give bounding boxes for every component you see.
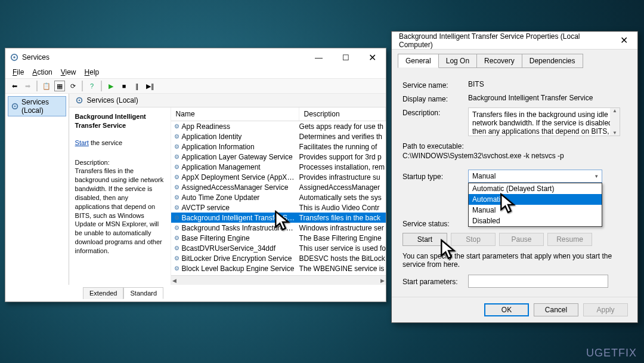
- service-list[interactable]: ⚙App ReadinessGets apps ready for use th…: [171, 121, 386, 275]
- start-params-input[interactable]: [468, 275, 608, 288]
- cancel-button[interactable]: Cancel: [534, 303, 578, 316]
- service-row[interactable]: ⚙Bluetooth Audio Gateway ServiceService …: [171, 273, 386, 275]
- menu-help[interactable]: Help: [81, 67, 103, 78]
- menu-view[interactable]: View: [57, 67, 80, 78]
- refresh-button[interactable]: ⟳: [67, 81, 78, 91]
- gear-icon: ⚙: [171, 194, 181, 201]
- tab-dependencies[interactable]: Dependencies: [522, 54, 583, 68]
- service-row[interactable]: ⚙Application Layer Gateway ServiceProvid…: [171, 152, 386, 162]
- description-box[interactable]: Transfers files in the background using …: [468, 107, 620, 136]
- gear-icon: ⚙: [171, 174, 181, 180]
- service-name: AVCTP service: [181, 204, 297, 212]
- menu-file[interactable]: File: [9, 67, 27, 78]
- service-name: Base Filtering Engine: [181, 234, 297, 242]
- stop-button[interactable]: ■: [119, 81, 129, 91]
- gear-icon: ⚙: [171, 143, 181, 150]
- list-header[interactable]: Name Description: [171, 107, 386, 121]
- tab-logon[interactable]: Log On: [438, 54, 477, 68]
- close-button[interactable]: ✕: [359, 48, 386, 66]
- service-desc: Gets apps ready for use th: [297, 122, 386, 131]
- minimize-button[interactable]: —: [305, 48, 332, 66]
- menu-action[interactable]: Action: [29, 67, 55, 78]
- opt-automatic[interactable]: Automatic: [469, 194, 602, 205]
- label-start-params: Start parameters:: [402, 276, 468, 286]
- label-service-name: Service name:: [402, 80, 468, 90]
- service-desc: This is Audio Video Contr: [297, 204, 386, 212]
- gear-icon: ⚙: [171, 153, 181, 160]
- service-desc: Provides infrastructure su: [297, 173, 386, 182]
- gear-icon: ⚙: [171, 164, 181, 170]
- service-name: BitLocker Drive Encryption Service: [181, 254, 297, 263]
- service-desc: Provides support for 3rd p: [297, 153, 386, 161]
- pause-button[interactable]: ‖: [132, 81, 143, 91]
- show-hide-button[interactable]: 📋: [41, 81, 52, 91]
- service-row[interactable]: ⚙Background Tasks Infrastructure S...Win…: [171, 223, 386, 233]
- maximize-button[interactable]: ☐: [332, 48, 359, 66]
- col-name[interactable]: Name: [171, 107, 299, 121]
- gear-icon: [11, 102, 19, 110]
- service-row[interactable]: ⚙BcastDVRUserService_34ddfThis user serv…: [171, 243, 386, 253]
- start-link[interactable]: Start: [75, 139, 89, 146]
- tree-root[interactable]: Services (Local): [8, 96, 66, 116]
- restart-button[interactable]: ▶‖: [145, 81, 156, 91]
- service-name: App Readiness: [181, 122, 297, 131]
- start-button[interactable]: Start: [402, 233, 447, 246]
- service-row[interactable]: ⚙AppX Deployment Service (AppXSVC)Provid…: [171, 172, 386, 182]
- service-desc: Service supporting the au: [297, 275, 386, 276]
- service-row[interactable]: ⚙App ReadinessGets apps ready for use th: [171, 121, 386, 131]
- forward-button[interactable]: ➡: [22, 81, 33, 91]
- play-button[interactable]: ▶: [106, 81, 116, 91]
- watermark: UGETFIX: [586, 347, 637, 359]
- service-name: Application Layer Gateway Service: [181, 153, 297, 161]
- service-row[interactable]: ⚙Auto Time Zone UpdaterAutomatically set…: [171, 192, 386, 202]
- service-row[interactable]: ⚙AVCTP serviceThis is Audio Video Contr: [171, 202, 386, 213]
- opt-delayed[interactable]: Automatic (Delayed Start): [469, 183, 602, 194]
- svg-point-1: [13, 56, 16, 59]
- service-row[interactable]: ⚙AssignedAccessManager ServiceAssignedAc…: [171, 182, 386, 192]
- ok-button[interactable]: OK: [484, 303, 529, 316]
- menubar: File Action View Help: [5, 66, 386, 78]
- horizontal-scrollbar[interactable]: ◀▶: [171, 275, 386, 285]
- service-row[interactable]: ⚙Application ManagementProcesses install…: [171, 162, 386, 172]
- service-name: Application Information: [181, 143, 297, 151]
- export-button[interactable]: ▦: [54, 81, 65, 91]
- service-row[interactable]: ⚙Base Filtering EngineThe Base Filtering…: [171, 233, 386, 243]
- gear-icon: ⚙: [171, 224, 181, 231]
- service-row[interactable]: ⚙Block Level Backup Engine ServiceThe WB…: [171, 263, 386, 273]
- service-desc: Determines and verifies th: [297, 133, 386, 141]
- help-button[interactable]: ?: [86, 81, 97, 91]
- desc-label: Description:: [75, 158, 165, 167]
- label-description: Description:: [402, 107, 468, 117]
- tab-extended[interactable]: Extended: [83, 287, 123, 299]
- desc-scrollbar[interactable]: ▲▼: [610, 108, 620, 136]
- dialog-title: Background Intelligent Transfer Service …: [397, 32, 611, 49]
- dialog-close-button[interactable]: ✕: [611, 32, 637, 50]
- back-button[interactable]: ⬅: [9, 81, 20, 91]
- gear-icon: ⚙: [171, 255, 181, 262]
- gear-icon: ⚙: [171, 214, 181, 221]
- value-path: C:\WINDOWS\System32\svchost.exe -k netsv…: [402, 152, 627, 160]
- startup-dropdown[interactable]: Automatic (Delayed Start) Automatic Manu…: [468, 183, 602, 227]
- service-row[interactable]: ⚙Application InformationFacilitates the …: [171, 141, 386, 152]
- service-row[interactable]: ⚙Background Intelligent Transfer Service…: [171, 213, 386, 223]
- label-status: Service status:: [402, 219, 468, 228]
- tab-general[interactable]: General: [398, 54, 439, 68]
- opt-disabled[interactable]: Disabled: [469, 216, 602, 226]
- service-row[interactable]: ⚙BitLocker Drive Encryption ServiceBDESV…: [171, 253, 386, 263]
- service-name: Background Intelligent Transfer Service: [181, 214, 297, 222]
- description-text: Transfers files in the background using …: [472, 110, 614, 136]
- tab-standard[interactable]: Standard: [123, 287, 163, 299]
- gear-icon: ⚙: [171, 245, 181, 251]
- dialog-tabs: General Log On Recovery Dependencies: [392, 50, 637, 67]
- opt-manual[interactable]: Manual: [469, 205, 602, 216]
- svg-point-5: [78, 100, 80, 101]
- startup-current: Manual: [472, 172, 496, 180]
- col-description[interactable]: Description: [299, 107, 386, 121]
- service-row[interactable]: ⚙Application IdentityDetermines and veri…: [171, 131, 386, 141]
- startup-type-select[interactable]: Manual ▾ Automatic (Delayed Start) Autom…: [468, 170, 602, 183]
- selected-service-name: Background Intelligent Transfer Service: [75, 113, 146, 129]
- services-icon: [10, 53, 18, 61]
- tab-recovery[interactable]: Recovery: [476, 54, 522, 68]
- service-name: AppX Deployment Service (AppXSVC): [181, 173, 297, 182]
- service-name: Application Identity: [181, 133, 297, 141]
